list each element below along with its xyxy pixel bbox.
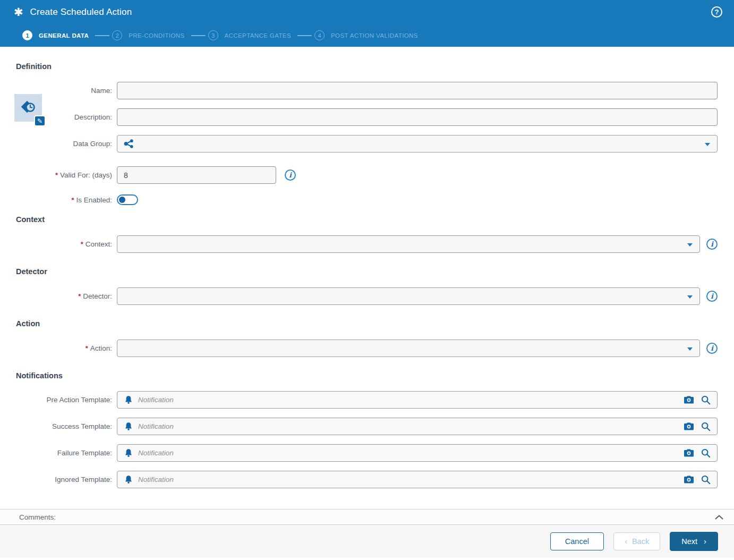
context-select[interactable] (117, 235, 700, 253)
comments-bar: Comments: (0, 509, 734, 525)
toggle-knob (119, 197, 125, 203)
required-marker: * (78, 292, 81, 300)
page-title: Create Scheduled Action (30, 7, 711, 18)
collapse-comments-button[interactable] (715, 515, 723, 520)
wizard-stepper: 1 GENERAL DATA 2 PRE-CONDITIONS 3 ACCEPT… (0, 24, 734, 47)
valid-for-label: *Valid For: (days) (16, 171, 117, 179)
section-heading-context: Context (16, 215, 718, 224)
step-post-action-validations[interactable]: 4 POST ACTION VALIDATIONS (314, 30, 424, 40)
failure-template-field[interactable]: Notification (117, 444, 718, 462)
ignored-template-field[interactable]: Notification (117, 471, 718, 488)
step-label: POST ACTION VALIDATIONS (331, 32, 418, 39)
section-heading-detector: Detector (16, 267, 718, 276)
detector-select[interactable] (117, 287, 700, 305)
success-template-field[interactable]: Notification (117, 418, 718, 435)
step-number: 4 (314, 30, 325, 40)
search-icon[interactable] (701, 475, 711, 485)
action-row: *Action: i (16, 340, 718, 357)
next-button[interactable]: Next › (670, 532, 718, 551)
help-icon[interactable]: ? (711, 6, 722, 18)
is-enabled-toggle[interactable] (117, 194, 138, 205)
placeholder-text: Notification (138, 449, 684, 457)
name-input[interactable] (117, 82, 718, 99)
bell-icon (124, 448, 133, 457)
cancel-button[interactable]: Cancel (550, 532, 604, 550)
step-label: GENERAL DATA (39, 32, 89, 39)
success-template-row: Success Template: Notification (16, 418, 718, 435)
context-info-icon[interactable]: i (706, 239, 718, 250)
description-input[interactable] (117, 108, 718, 126)
required-marker: * (55, 171, 58, 179)
pre-action-template-row: Pre Action Template: Notification (16, 391, 718, 409)
step-label: PRE-CONDITIONS (129, 32, 184, 39)
placeholder-text: Notification (138, 476, 684, 483)
chevron-down-icon (687, 243, 693, 247)
ignored-template-row: Ignored Template: Notification (16, 471, 718, 488)
name-label: Name: (16, 87, 117, 95)
placeholder-text: Notification (138, 422, 684, 430)
title-bar: ✱ Create Scheduled Action ? (0, 0, 734, 24)
edit-icon-button[interactable]: ✎ (34, 115, 46, 126)
step-general-data[interactable]: 1 GENERAL DATA (22, 30, 95, 40)
asterisk-icon: ✱ (14, 6, 23, 18)
action-select[interactable] (117, 340, 700, 357)
bell-icon (124, 475, 133, 484)
step-connector (95, 35, 109, 36)
bell-icon (124, 422, 133, 431)
step-acceptance-gates[interactable]: 3 ACCEPTANCE GATES (208, 30, 297, 40)
camera-icon[interactable] (684, 449, 694, 457)
valid-for-input[interactable] (117, 166, 276, 184)
required-marker: * (71, 196, 74, 204)
pencil-icon: ✎ (37, 117, 42, 125)
comments-label: Comments: (19, 513, 715, 521)
back-button[interactable]: ‹ Back (613, 532, 660, 550)
chevron-left-icon: ‹ (625, 537, 627, 545)
search-icon[interactable] (701, 422, 711, 431)
detector-info-icon[interactable]: i (706, 291, 718, 302)
camera-icon[interactable] (684, 396, 694, 404)
context-label: *Context: (16, 240, 117, 248)
name-row: Name: (16, 82, 718, 99)
required-marker: * (81, 240, 83, 248)
success-template-label: Success Template: (16, 422, 117, 430)
camera-icon[interactable] (684, 476, 694, 483)
valid-for-info-icon[interactable]: i (285, 169, 296, 181)
form-body: Definition ✎ Name: Description: Data Gro… (0, 62, 734, 488)
valid-for-row: *Valid For: (days) i (16, 166, 718, 184)
chevron-down-icon (687, 347, 693, 351)
data-group-row: Data Group: (16, 135, 718, 152)
next-button-label: Next (681, 537, 697, 546)
search-icon[interactable] (701, 395, 711, 405)
action-info-icon[interactable]: i (706, 343, 718, 354)
data-group-select[interactable] (117, 135, 718, 152)
step-connector (191, 35, 206, 36)
step-number: 1 (22, 30, 32, 40)
is-enabled-label: *Is Enabled: (16, 196, 117, 204)
back-button-label: Back (632, 537, 649, 546)
bell-icon (124, 395, 133, 404)
detector-label: *Detector: (16, 292, 117, 300)
search-icon[interactable] (701, 448, 711, 458)
step-pre-conditions[interactable]: 2 PRE-CONDITIONS (112, 30, 191, 40)
section-heading-definition: Definition (16, 62, 718, 71)
section-heading-notifications: Notifications (16, 371, 718, 380)
pre-action-template-label: Pre Action Template: (16, 396, 117, 404)
failure-template-row: Failure Template: Notification (16, 444, 718, 462)
is-enabled-row: *Is Enabled: (16, 194, 718, 205)
failure-template-label: Failure Template: (16, 449, 117, 457)
data-group-share-icon (124, 139, 134, 148)
ignored-template-label: Ignored Template: (16, 476, 117, 483)
context-row: *Context: i (16, 235, 718, 253)
chevron-down-icon (705, 143, 710, 146)
camera-icon[interactable] (684, 422, 694, 430)
footer-bar: Cancel ‹ Back Next › (0, 525, 734, 557)
step-label: ACCEPTANCE GATES (225, 32, 291, 39)
placeholder-text: Notification (138, 396, 684, 404)
pre-action-template-field[interactable]: Notification (117, 391, 718, 409)
step-number: 2 (112, 30, 122, 40)
section-heading-action: Action (16, 319, 718, 328)
action-label: *Action: (16, 344, 117, 352)
description-row: Description: (16, 108, 718, 126)
diamond-clock-icon (19, 99, 37, 117)
data-group-label: Data Group: (16, 140, 117, 148)
